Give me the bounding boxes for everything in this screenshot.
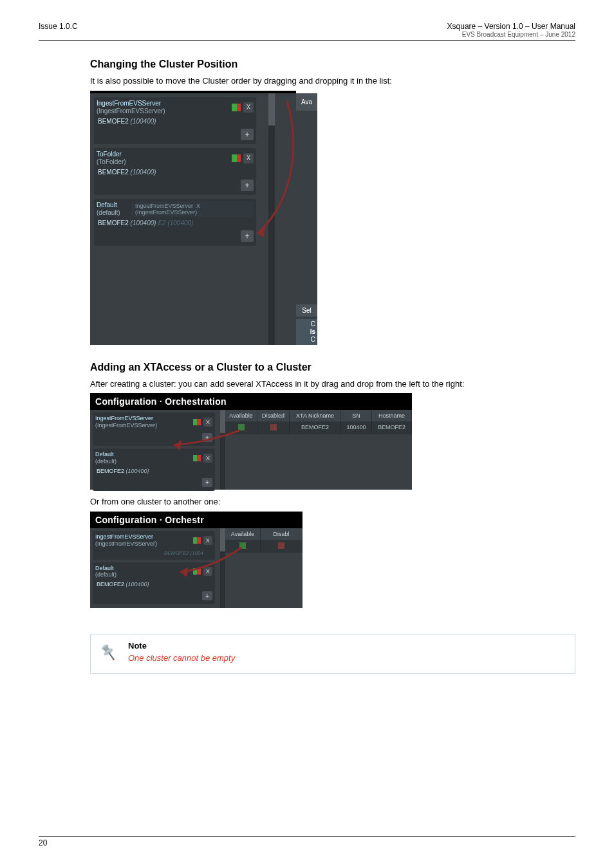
screenshot-add: Configuration · Orchestration IngestFrom… (90, 393, 412, 490)
card-hostnum: (100400) (131, 219, 156, 226)
intro-cluster-to-cluster: Or from one cluster to another one: (90, 496, 575, 508)
page-number: 20 (39, 838, 47, 847)
cell-nick: BEMOFE2 (290, 421, 341, 434)
add-button[interactable]: + (202, 478, 212, 487)
doc-subtitle: EVS Broadcast Equipment – June 2012 (447, 31, 575, 39)
issue: Issue 1.0.C (39, 22, 78, 39)
cluster-card-ingest-2[interactable]: IngestFromEVSServer (IngestFromEVSServer… (93, 412, 215, 446)
xta-table-crop: Available Disabl (225, 528, 302, 608)
xta-table: Available Disabled XTA Nickname SN Hostn… (225, 410, 412, 490)
window-title: Configuration · Orchestr (90, 512, 302, 528)
screenshot-reorder: IngestFromEVSServer (IngestFromEVSServer… (90, 91, 296, 345)
page-footer: 20 (39, 836, 575, 847)
col-disabled: Disabled (257, 410, 290, 421)
table-row[interactable]: BEMOFE2 100400 BEMOFE2 (225, 421, 412, 434)
card-sub: (ToFolder) (97, 158, 126, 165)
svg-rect-6 (108, 652, 114, 659)
page-header: Issue 1.0.C Xsquare – Version 1.0 – User… (39, 22, 575, 41)
col-sn: SN (341, 410, 372, 421)
cluster-card-tofolder[interactable]: ToFolder (ToFolder) X BEMOFE2 (100400) + (94, 148, 256, 195)
doc-title-block: Xsquare – Version 1.0 – User Manual EVS … (447, 22, 575, 39)
window-title: Configuration · Orchestration (90, 393, 412, 410)
status-icon (232, 104, 241, 111)
note-title: Note (128, 641, 235, 651)
ghost-host: E2 (100400) (158, 219, 193, 226)
cell-hostname: BEMOFE2 (372, 421, 412, 434)
card-title: Default (97, 201, 117, 208)
ghost-host: BEMOFE2 (1004 (93, 550, 215, 559)
screenshot-cluster2cluster: Configuration · Orchestr IngestFromEVSSe… (90, 512, 302, 608)
drag-arrow-2 (200, 416, 251, 461)
col-nick: XTA Nickname (290, 410, 341, 421)
card-title: IngestFromEVSServer (97, 100, 161, 107)
card-sub: (default) (97, 209, 120, 216)
cell-sn: 100400 (341, 421, 372, 434)
cluster-card-ingest[interactable]: IngestFromEVSServer (IngestFromEVSServer… (94, 97, 256, 144)
cluster-card-default-2[interactable]: Default (default) X BEMOFE2 (100400) + (93, 448, 215, 491)
drag-arrow (250, 93, 301, 254)
col-disabled: Disabl (261, 528, 302, 540)
card-sub: (IngestFromEVSServer) (97, 107, 165, 115)
card-host: BEMOFE2 (98, 118, 129, 125)
heading-add-xtaccess: Adding an XTAccess or a Cluster to a Clu… (90, 362, 575, 373)
card-host: BEMOFE2 (98, 169, 129, 176)
status-icon (193, 537, 201, 544)
heading-cluster-position: Changing the Cluster Position (90, 59, 575, 70)
note-box: Note One cluster cannot be empty (90, 634, 575, 674)
col-hostname: Hostname (372, 410, 412, 421)
note-text: One cluster cannot be empty (128, 653, 235, 663)
drag-ghost: IngestFromEVSServer X (IngestFromEVSServ… (131, 201, 254, 217)
card-hostnum: (100400) (131, 118, 156, 125)
uncheck-icon (278, 542, 284, 549)
card-host: BEMOFE2 (98, 219, 129, 226)
status-icon (232, 154, 241, 162)
intro-cluster-position: It is also possible to move the Cluster … (90, 75, 575, 87)
uncheck-icon (270, 424, 277, 430)
cluster-card-default[interactable]: Default (default) IngestFromEVSServer X … (94, 199, 256, 246)
card-hostnum: (100400) (131, 169, 156, 176)
doc-title: Xsquare – Version 1.0 – User Manual (447, 22, 575, 31)
add-button[interactable]: + (202, 591, 212, 600)
drag-arrow-3 (206, 533, 264, 585)
pushpin-icon (97, 641, 120, 664)
sel-label: Sel (296, 304, 317, 317)
cluster-card-ingest-3[interactable]: IngestFromEVSServer (IngestFromEVSServer… (93, 531, 215, 560)
card-title: ToFolder (97, 151, 122, 158)
intro-add-xtaccess: After creating a cluster: you can add se… (90, 378, 575, 390)
